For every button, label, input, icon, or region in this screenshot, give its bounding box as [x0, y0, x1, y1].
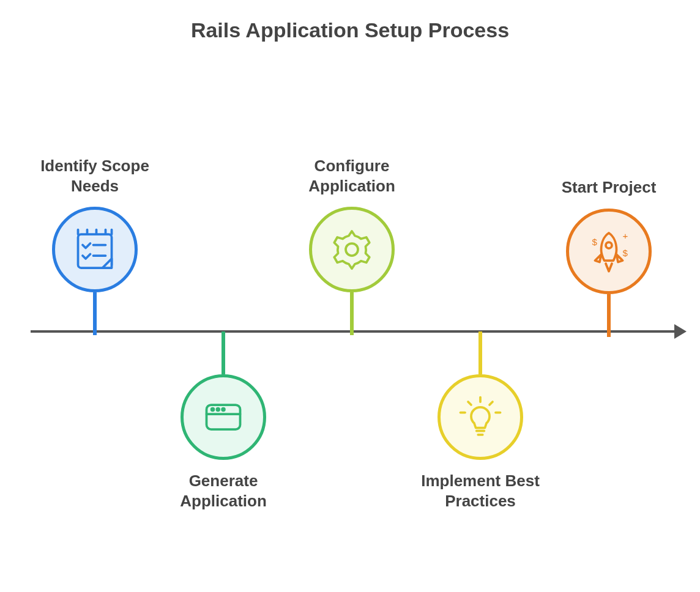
- step-circle: [309, 207, 395, 292]
- step-stem: [350, 292, 354, 335]
- rocket-icon: $ $ +: [584, 227, 633, 276]
- svg-point-6: [346, 243, 358, 256]
- svg-line-12: [468, 402, 471, 405]
- step-label: Generate Application: [162, 471, 285, 511]
- step-pin: [291, 207, 413, 335]
- step-circle: $ $ +: [566, 209, 652, 294]
- step-stem: [93, 292, 97, 335]
- step-stem: [607, 294, 611, 337]
- step-configure-application: Configure Application: [291, 156, 413, 335]
- svg-point-5: [222, 409, 225, 411]
- svg-point-14: [606, 242, 612, 248]
- step-label: Configure Application: [291, 156, 413, 196]
- step-generate-application: Generate Application: [162, 331, 285, 511]
- step-label: Start Project: [548, 177, 670, 198]
- svg-point-4: [217, 409, 219, 411]
- step-pin: [162, 331, 285, 460]
- window-icon: [199, 393, 248, 442]
- checklist-icon: [70, 225, 119, 274]
- step-implement-best-practices: Implement Best Practices: [419, 331, 542, 511]
- step-identify-scope: Identify Scope Needs: [34, 156, 156, 335]
- step-label: Identify Scope Needs: [34, 156, 156, 196]
- step-start-project: Start Project $ $ +: [548, 177, 670, 337]
- diagram-container: Rails Application Setup Process Identify…: [0, 0, 700, 592]
- diagram-title: Rails Application Setup Process: [0, 18, 700, 42]
- svg-point-3: [212, 409, 214, 411]
- step-circle: [181, 374, 266, 460]
- step-pin: [419, 331, 542, 460]
- step-pin: [34, 207, 156, 335]
- svg-text:$: $: [592, 237, 598, 247]
- svg-line-13: [490, 402, 493, 405]
- lightbulb-icon: [456, 393, 505, 442]
- step-circle: [52, 207, 138, 292]
- step-label: Implement Best Practices: [419, 471, 542, 511]
- svg-text:$: $: [623, 247, 628, 257]
- step-stem: [478, 331, 482, 374]
- gear-icon: [327, 225, 376, 274]
- step-pin: $ $ +: [548, 209, 670, 337]
- step-circle: [438, 374, 523, 460]
- svg-text:+: +: [623, 231, 628, 241]
- step-stem: [222, 331, 225, 374]
